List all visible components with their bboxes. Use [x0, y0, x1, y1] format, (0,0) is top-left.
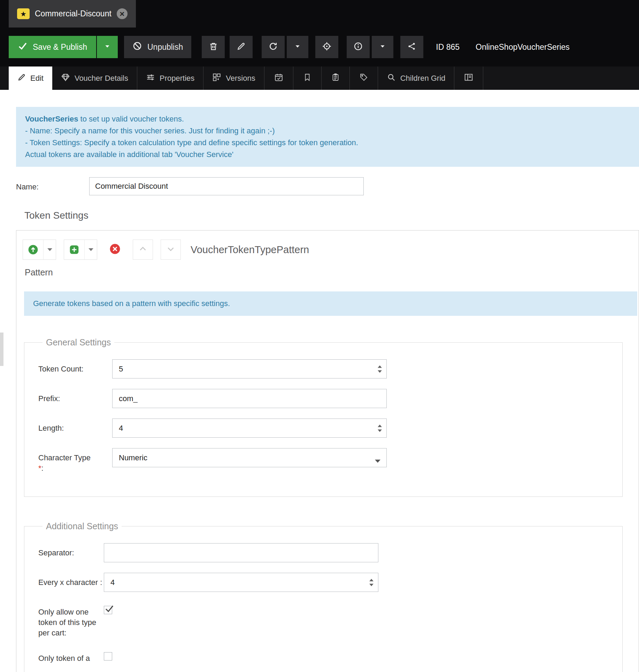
add-token-type-button[interactable]: [23, 240, 56, 260]
pattern-notice: Generate tokens based on a pattern with …: [24, 291, 637, 316]
share-icon: [407, 42, 416, 52]
only-one-token-label: Only allow one token of this type per ca…: [38, 602, 104, 638]
number-spinner[interactable]: [378, 424, 382, 432]
only-token-of-a-row: Only token of a: [38, 649, 622, 664]
character-type-combo[interactable]: [112, 448, 387, 467]
token-type-toolbar: VoucherTokenTypePattern: [16, 230, 639, 260]
token-count-input[interactable]: [112, 359, 387, 378]
locate-in-tree-button[interactable]: [315, 36, 338, 58]
diamond-icon: [61, 73, 70, 84]
prefix-input[interactable]: [112, 389, 387, 408]
separator-field: [104, 543, 378, 562]
only-one-token-row: Only allow one token of this type per ca…: [38, 602, 622, 638]
spinner-up-icon[interactable]: [378, 424, 382, 427]
save-publish-dropdown-button[interactable]: [97, 36, 118, 58]
info-icon: [353, 41, 363, 53]
token-count-label: Token Count:: [38, 359, 112, 378]
tab-tags[interactable]: [350, 67, 378, 90]
object-id-label: ID 865: [436, 42, 460, 52]
insert-token-type-button[interactable]: [64, 240, 97, 260]
edit-panel: VoucherSeries to set up valid voucher to…: [0, 90, 639, 672]
tab-properties-label: Properties: [160, 74, 194, 83]
general-settings-legend: General Settings: [43, 337, 114, 347]
refresh-icon: [268, 41, 278, 53]
spinner-up-icon[interactable]: [378, 365, 382, 368]
length-input[interactable]: [112, 419, 387, 438]
search-icon: [387, 73, 396, 84]
notice-rest: to set up valid voucher tokens.: [78, 115, 184, 123]
spinner-down-icon[interactable]: [369, 584, 374, 586]
token-settings-panel: VoucherTokenTypePattern Pattern Generate…: [16, 230, 639, 672]
tab-dependencies[interactable]: [293, 67, 322, 90]
unpublish-label: Unpublish: [147, 42, 183, 52]
only-token-of-a-checkbox[interactable]: [104, 652, 112, 661]
chevron-down-icon[interactable]: [43, 240, 56, 259]
share-button[interactable]: [400, 36, 423, 58]
spinner-down-icon[interactable]: [378, 370, 382, 373]
name-row: Name:: [16, 177, 639, 195]
character-type-label: Character Type *:: [38, 448, 112, 474]
spinner-down-icon[interactable]: [378, 429, 382, 432]
document-tab-title: Commercial-Discount: [35, 9, 111, 18]
only-one-token-checkbox[interactable]: [104, 606, 112, 614]
rename-button[interactable]: [230, 36, 253, 58]
favorite-star-icon: ★: [17, 8, 30, 19]
separator-input[interactable]: [104, 543, 378, 562]
length-label: Length:: [38, 419, 112, 438]
pattern-label: Pattern: [25, 267, 639, 278]
target-icon: [322, 41, 332, 53]
delete-token-type-button[interactable]: [105, 240, 125, 260]
main-toolbar: Save & Publish Unpublish: [0, 28, 639, 67]
tab-versions[interactable]: Versions: [203, 67, 264, 90]
info-dropdown-button[interactable]: [372, 36, 393, 58]
pattern-notice-text: Generate tokens based on a pattern with …: [33, 299, 230, 308]
tab-voucher-details-label: Voucher Details: [75, 74, 128, 83]
number-spinner[interactable]: [369, 579, 374, 586]
number-spinner[interactable]: [378, 365, 382, 373]
tree-splitter-handle[interactable]: [0, 333, 3, 366]
notice-bold: VoucherSeries: [25, 115, 78, 123]
length-field: [112, 419, 387, 438]
tab-voucher-details[interactable]: Voucher Details: [52, 67, 137, 90]
every-x-row: Every x character :: [38, 573, 622, 592]
move-down-button[interactable]: [161, 240, 181, 260]
reload-dropdown-button[interactable]: [287, 36, 308, 58]
reload-button[interactable]: [262, 36, 285, 58]
tab-children-grid[interactable]: Children Grid: [378, 67, 455, 90]
tab-schedule[interactable]: [264, 67, 293, 90]
close-tab-icon[interactable]: ×: [117, 8, 128, 19]
object-class-label: OnlineShopVoucherSeries: [476, 42, 570, 52]
save-publish-label: Save & Publish: [33, 42, 87, 52]
combo-dropdown-icon[interactable]: [375, 460, 380, 463]
prefix-field: [112, 389, 387, 408]
voucher-series-notice: VoucherSeries to set up valid voucher to…: [16, 107, 639, 167]
general-settings-fieldset: General Settings Token Count: Prefix:: [24, 337, 623, 497]
document-tab[interactable]: ★ Commercial-Discount ×: [9, 0, 136, 28]
token-type-title: VoucherTokenTypePattern: [191, 244, 309, 256]
every-x-input[interactable]: [104, 573, 378, 592]
notice-line-1: VoucherSeries to set up valid voucher to…: [25, 113, 630, 125]
tab-properties[interactable]: Properties: [137, 67, 203, 90]
token-count-row: Token Count:: [38, 359, 622, 378]
tab-preview-layout[interactable]: [454, 67, 483, 90]
token-count-field: [112, 359, 387, 378]
unpublish-button[interactable]: Unpublish: [124, 36, 191, 58]
tab-notes[interactable]: [322, 67, 350, 90]
only-token-of-a-label: Only token of a: [38, 649, 104, 664]
chevron-down-icon: [379, 43, 386, 51]
tab-edit[interactable]: Edit: [9, 67, 52, 90]
save-publish-button[interactable]: Save & Publish: [9, 36, 96, 58]
chevron-down-icon: [104, 43, 110, 51]
token-settings-heading: Token Settings: [24, 210, 639, 221]
delete-button[interactable]: [202, 36, 225, 58]
pencil-icon: [17, 73, 26, 84]
document-tabbar: ★ Commercial-Discount ×: [0, 0, 639, 28]
spinner-up-icon[interactable]: [369, 579, 374, 581]
chevron-down-icon: [294, 43, 301, 51]
info-button[interactable]: [347, 36, 370, 58]
versions-grid-icon: [212, 73, 221, 84]
chevron-down-icon[interactable]: [84, 240, 97, 259]
chevron-up-icon: [138, 244, 147, 255]
name-input[interactable]: [89, 177, 364, 195]
move-up-button[interactable]: [133, 240, 153, 260]
